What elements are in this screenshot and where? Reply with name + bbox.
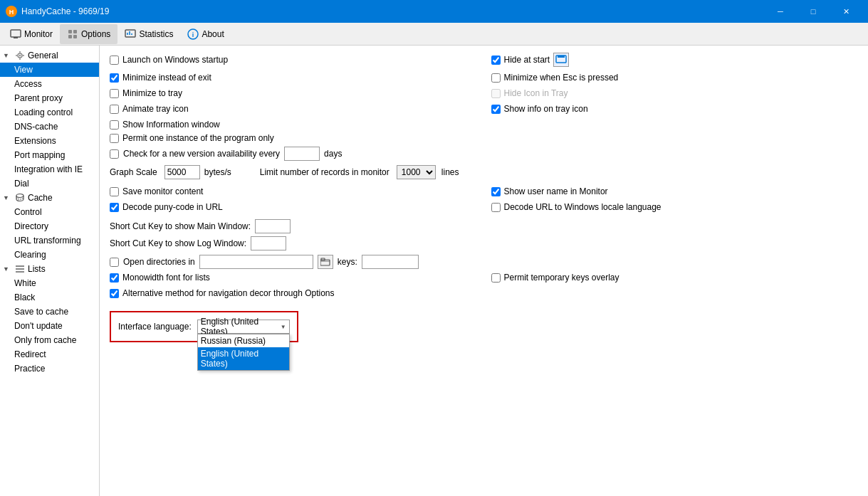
graph-scale-label: Graph Scale — [110, 167, 157, 177]
sidebar-item-url-transforming[interactable]: URL transforming — [0, 233, 99, 248]
sidebar-item-port-mapping[interactable]: Port mapping — [0, 148, 99, 162]
checkbox-show-username-input[interactable] — [491, 187, 501, 196]
sidebar-item-only-from-cache[interactable]: Only from cache — [0, 333, 99, 347]
sidebar-item-access[interactable]: Access — [0, 77, 99, 91]
sidebar-label-dns-cache: DNS-cache — [14, 122, 58, 132]
keys-label: keys: — [338, 257, 357, 267]
sidebar-item-lists[interactable]: ▼ Lists — [0, 262, 99, 276]
sidebar-label-clearing: Clearing — [14, 250, 46, 260]
gear-icon — [14, 50, 26, 61]
sidebar-item-dns-cache[interactable]: DNS-cache — [0, 120, 99, 134]
sidebar-item-directory[interactable]: Directory — [0, 219, 99, 233]
checkbox-animate-tray-input[interactable] — [110, 105, 119, 114]
svg-rect-4 — [68, 30, 72, 33]
checkbox-minimize-tray-label: Minimize to tray — [122, 88, 182, 98]
sidebar-item-general[interactable]: ▼ General — [0, 48, 99, 63]
checkbox-show-info-tray-label: Show info on tray icon — [504, 104, 588, 114]
checkbox-check-new-version-input[interactable] — [110, 149, 119, 159]
days-input[interactable] — [284, 147, 320, 161]
checkbox-decode-url-windows-input[interactable] — [491, 203, 501, 212]
checkbox-minimize-esc-label: Minimize when Esc is pressed — [504, 73, 619, 83]
shortcut-log-row: Short Cut Key to show Log Window: — [110, 236, 858, 250]
check-new-version-row: Check for a new version availability eve… — [110, 147, 858, 161]
browse-button[interactable] — [318, 255, 333, 269]
checkbox-monowidth-input[interactable] — [110, 273, 119, 283]
days-label: days — [324, 149, 342, 159]
sidebar-item-practice[interactable]: Practice — [0, 362, 99, 376]
sidebar-item-loading-control[interactable]: Loading control — [0, 105, 99, 120]
sidebar-label-redirect: Redirect — [14, 349, 46, 359]
checkbox-alt-method-input[interactable] — [110, 289, 119, 298]
language-select-display[interactable]: English (United States) ▼ — [197, 320, 290, 334]
open-dirs-input[interactable] — [199, 255, 313, 269]
checkbox-open-dirs-input[interactable] — [110, 258, 119, 267]
menubar: Monitor Options Statistics — [0, 23, 868, 46]
menu-monitor[interactable]: Monitor — [3, 24, 60, 44]
limit-records-unit: lines — [441, 167, 459, 177]
lang-option-english[interactable]: English (United States) — [198, 347, 289, 370]
sidebar-item-control[interactable]: Control — [0, 205, 99, 219]
checkbox-launch-startup-input[interactable] — [110, 56, 119, 65]
checkbox-permit-temp-input[interactable] — [491, 273, 501, 283]
checkbox-minimize-exit-label: Minimize instead of exit — [122, 73, 211, 83]
checkbox-minimize-exit-input[interactable] — [110, 73, 119, 83]
titlebar: H HandyCache - 9669/19 ─ □ ✕ — [0, 0, 868, 23]
checkbox-monowidth: Monowidth font for lists — [110, 273, 477, 283]
sidebar-item-clearing[interactable]: Clearing — [0, 248, 99, 262]
checkbox-animate-tray-label: Animate tray icon — [122, 104, 189, 114]
sidebar-item-black[interactable]: Black — [0, 290, 99, 305]
sidebar-item-integration-ie[interactable]: Integration with IE — [0, 162, 99, 176]
sidebar-item-dial[interactable]: Dial — [0, 176, 99, 191]
sidebar-item-cache[interactable]: ▼ Cache — [0, 191, 99, 205]
interface-lang-label: Interface language: — [118, 322, 192, 332]
checkbox-decode-url-windows: Decode URL to Windows locale language — [491, 202, 859, 212]
sidebar-item-redirect[interactable]: Redirect — [0, 347, 99, 362]
checkbox-decode-puny-label: Decode puny-code in URL — [122, 202, 223, 212]
minimize-button[interactable]: ─ — [764, 0, 797, 23]
sidebar-label-parent-proxy: Parent proxy — [14, 93, 63, 103]
checkbox-minimize-esc: Minimize when Esc is pressed — [491, 73, 859, 83]
maximize-button[interactable]: □ — [797, 0, 830, 23]
expander-lists: ▼ — [3, 265, 14, 273]
sidebar-item-dont-update[interactable]: Don't update — [0, 319, 99, 333]
sidebar-item-extensions[interactable]: Extensions — [0, 134, 99, 148]
sidebar-item-view[interactable]: View — [0, 63, 99, 77]
checkbox-decode-puny: Decode puny-code in URL — [110, 202, 477, 212]
checkbox-show-info-window-input[interactable] — [110, 120, 119, 130]
shortcut-main-input[interactable] — [255, 219, 291, 233]
sidebar-item-save-to-cache[interactable]: Save to cache — [0, 305, 99, 319]
language-row: Interface language: English (United Stat… — [118, 320, 290, 334]
checkbox-permit-one-instance-input[interactable] — [110, 134, 119, 143]
limit-records-row: Limit number of records in monitor 1000 … — [260, 165, 459, 179]
content-area: Launch on Windows startup Hide at start … — [100, 46, 868, 496]
checkbox-alt-method: Alternative method for navigation decor … — [110, 288, 858, 298]
keys-input[interactable] — [362, 255, 419, 269]
checkbox-hide-at-start-input[interactable] — [491, 56, 501, 65]
menu-statistics[interactable]: Statistics — [117, 24, 180, 44]
svg-rect-23 — [16, 268, 24, 270]
menu-statistics-label: Statistics — [139, 29, 173, 39]
checkbox-save-monitor-input[interactable] — [110, 187, 119, 196]
checkbox-hide-at-start: Hide at start — [491, 53, 859, 67]
menu-about[interactable]: i About — [180, 24, 231, 44]
graph-scale-input[interactable] — [164, 165, 200, 179]
checkbox-hide-icon-tray: Hide Icon in Tray — [491, 88, 859, 98]
checkbox-permit-one-instance-label: Permit one instance of the program only — [122, 133, 274, 143]
sidebar-item-parent-proxy[interactable]: Parent proxy — [0, 91, 99, 105]
checkbox-hide-icon-tray-input[interactable] — [491, 89, 501, 98]
sidebar-label-general: General — [28, 51, 58, 60]
checkbox-minimize-tray-input[interactable] — [110, 89, 119, 98]
sidebar-label-directory: Directory — [14, 221, 48, 231]
checkbox-open-dirs-label: Open directories in — [123, 257, 195, 267]
limit-records-select[interactable]: 1000 500 2000 — [397, 165, 436, 179]
svg-rect-8 — [125, 30, 135, 37]
checkbox-show-info-tray-input[interactable] — [491, 105, 501, 114]
limit-records-label: Limit number of records in monitor — [260, 167, 389, 177]
lang-option-russian[interactable]: Russian (Russia) — [198, 334, 289, 347]
sidebar-item-white[interactable]: White — [0, 276, 99, 290]
close-button[interactable]: ✕ — [830, 0, 862, 23]
shortcut-log-input[interactable] — [251, 236, 286, 250]
checkbox-minimize-esc-input[interactable] — [491, 73, 501, 83]
menu-options[interactable]: Options — [60, 24, 117, 44]
checkbox-decode-puny-input[interactable] — [110, 203, 119, 212]
